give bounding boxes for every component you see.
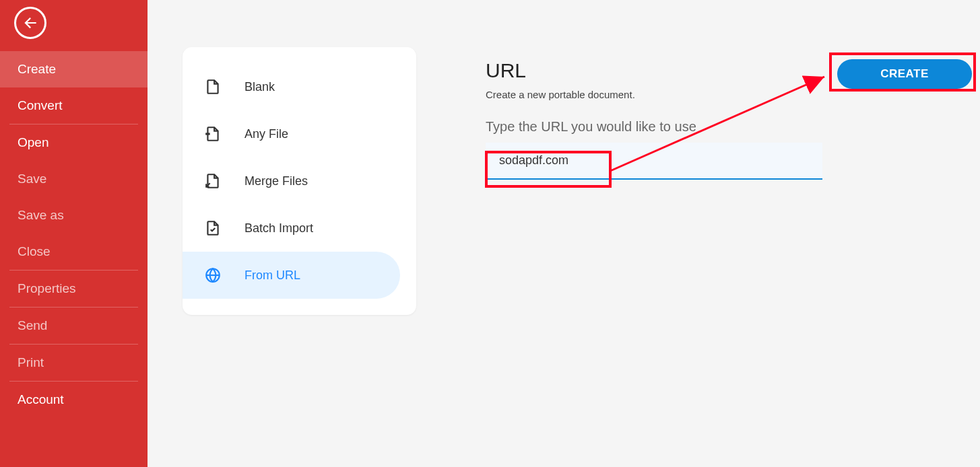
batch-icon: [204, 219, 222, 237]
sidebar-item-open[interactable]: Open: [0, 124, 148, 161]
left-sidebar: Create Convert Open Save Save as Close P…: [0, 0, 148, 467]
option-label: Blank: [244, 80, 275, 94]
main-panel: URL Create a new portable document. CREA…: [416, 0, 980, 467]
option-label: Any File: [244, 127, 288, 141]
page-subtitle: Create a new portable document.: [486, 89, 635, 100]
create-button[interactable]: CREATE: [837, 59, 972, 89]
sidebar-item-properties[interactable]: Properties: [0, 271, 148, 307]
sidebar-item-label: Properties: [18, 281, 76, 295]
sidebar-item-label: Save: [18, 172, 46, 186]
sidebar-item-label: Create: [18, 62, 56, 76]
sidebar-item-convert[interactable]: Convert: [0, 87, 148, 124]
option-any-file[interactable]: Any File: [183, 110, 400, 157]
sidebar-item-label: Close: [18, 244, 51, 258]
option-merge-files[interactable]: Merge Files: [183, 157, 400, 205]
back-button[interactable]: [14, 7, 46, 39]
sidebar-item-label: Account: [18, 392, 64, 406]
merge-icon: [204, 172, 222, 190]
sidebar-item-send[interactable]: Send: [0, 308, 148, 344]
sidebar-item-label: Convert: [18, 98, 63, 112]
url-prompt: Type the URL you would like to use: [486, 119, 972, 135]
option-label: From URL: [244, 268, 300, 283]
url-input[interactable]: [486, 143, 822, 180]
sidebar-item-save[interactable]: Save: [0, 161, 148, 197]
sidebar-item-label: Print: [18, 355, 44, 369]
option-blank[interactable]: Blank: [183, 63, 400, 110]
arrow-left-icon: [22, 14, 39, 32]
option-label: Batch Import: [244, 221, 313, 236]
anyfile-icon: [204, 125, 222, 143]
sidebar-item-save-as[interactable]: Save as: [0, 197, 148, 234]
sidebar-item-label: Open: [18, 135, 48, 149]
option-label: Merge Files: [244, 174, 308, 188]
sidebar-item-close[interactable]: Close: [0, 234, 148, 270]
globe-icon: [204, 266, 222, 284]
sidebar-item-label: Send: [18, 318, 47, 332]
file-icon: [204, 78, 222, 96]
sidebar-item-label: Save as: [18, 208, 64, 222]
create-options-card: Blank Any File Merge Files Batch Import …: [183, 47, 416, 315]
page-title: URL: [486, 59, 635, 82]
option-from-url[interactable]: From URL: [183, 252, 400, 299]
sidebar-item-create[interactable]: Create: [0, 51, 148, 87]
sidebar-item-account[interactable]: Account: [0, 382, 148, 418]
sidebar-item-print[interactable]: Print: [0, 345, 148, 381]
option-batch-import[interactable]: Batch Import: [183, 205, 400, 252]
